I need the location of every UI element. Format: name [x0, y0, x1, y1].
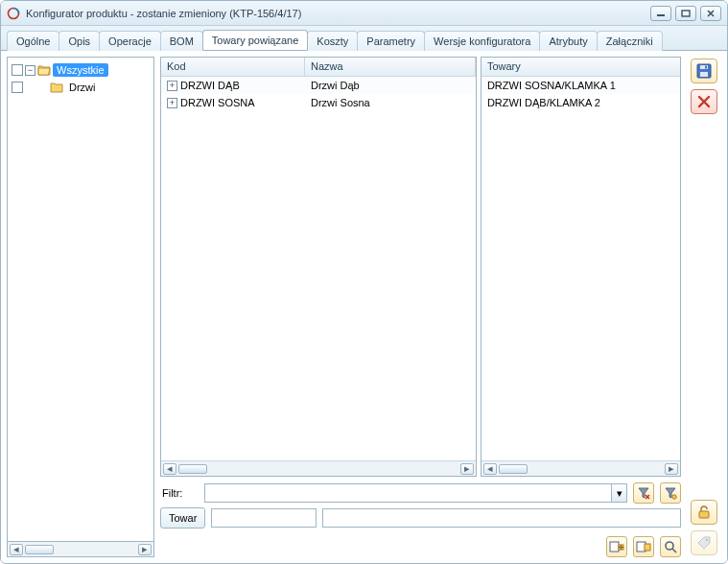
towar-code-input[interactable] [211, 508, 317, 528]
funnel-edit-icon [664, 486, 677, 500]
col-towary[interactable]: Towary [481, 58, 680, 76]
svg-point-8 [666, 542, 673, 550]
grid-left-header: Kod Nazwa [161, 58, 476, 77]
edit-item-icon [636, 540, 651, 553]
cell-kod: DRZWI SOSNA [180, 97, 255, 108]
edit-button[interactable] [633, 536, 654, 557]
scroll-right-icon[interactable]: ▸ [460, 463, 474, 475]
filter-input[interactable] [205, 484, 611, 502]
towar-button[interactable]: Towar [160, 507, 205, 529]
tab-bom[interactable]: BOM [160, 31, 203, 51]
filter-bar: Filtr: ▾ [160, 482, 681, 504]
grid-row[interactable]: + DRZWI SOSNA Drzwi Sosna [161, 94, 476, 111]
filter-edit-button[interactable] [660, 482, 681, 504]
grid-row[interactable]: DRZWI SOSNA/KLAMKA 1 [481, 77, 680, 94]
cell-nazwa: Drzwi Sosna [305, 95, 476, 110]
svg-rect-11 [700, 72, 708, 77]
svg-rect-12 [705, 66, 707, 69]
scroll-thumb[interactable] [178, 464, 207, 474]
tree-row-child[interactable]: Drzwi [10, 79, 152, 96]
tree-row-root[interactable]: − Wszystkie [10, 61, 152, 79]
tree-label-child[interactable]: Drzwi [65, 81, 100, 94]
svg-rect-13 [699, 511, 709, 518]
app-icon [7, 7, 20, 20]
close-button[interactable] [700, 6, 721, 21]
tab-operacje[interactable]: Operacje [99, 31, 161, 51]
row-expand-icon[interactable]: + [167, 98, 177, 108]
minimize-button[interactable] [650, 6, 671, 21]
row-expand-icon[interactable]: + [167, 81, 177, 91]
search-button[interactable] [660, 536, 681, 557]
tab-koszty[interactable]: Koszty [307, 31, 358, 51]
titlebar: Konfigurator produktu - zostanie zmienio… [1, 1, 727, 26]
save-button[interactable] [691, 59, 717, 83]
tree-checkbox[interactable] [12, 64, 23, 76]
tag-icon [696, 535, 712, 551]
tab-ogolne[interactable]: Ogólne [7, 31, 59, 51]
magnifier-icon [664, 540, 677, 553]
scroll-left-icon[interactable]: ◂ [10, 544, 23, 555]
tab-atrybuty[interactable]: Atrybuty [539, 31, 597, 51]
cell-nazwa: Drzwi Dąb [305, 78, 476, 93]
folder-icon [50, 82, 63, 93]
scroll-thumb[interactable] [499, 464, 528, 474]
towar-bar: Towar [160, 507, 681, 529]
dropdown-icon[interactable]: ▾ [611, 484, 626, 502]
cell-towary: DRZWI SOSNA/KLAMKA 1 [481, 78, 680, 93]
tree-checkbox[interactable] [12, 82, 23, 93]
action-row [160, 536, 681, 557]
filter-label: Filtr: [160, 487, 199, 499]
cell-towary: DRZWI DĄB/KLAMKA 2 [481, 95, 680, 110]
grid-right-header: Towary [481, 58, 680, 77]
scroll-thumb[interactable] [25, 545, 54, 554]
cell-kod: DRZWI DĄB [180, 80, 240, 91]
grid-right-rows[interactable]: DRZWI SOSNA/KLAMKA 1 DRZWI DĄB/KLAMKA 2 [481, 77, 680, 460]
attach-button[interactable] [691, 530, 717, 555]
tab-zalaczniki[interactable]: Załączniki [597, 31, 663, 51]
add-item-icon [609, 540, 624, 553]
window-buttons [650, 6, 721, 21]
side-toolbar [687, 57, 721, 557]
grid-row[interactable]: + DRZWI DĄB Drzwi Dąb [161, 77, 476, 94]
unlock-button[interactable] [691, 500, 717, 525]
tree-hscrollbar[interactable]: ◂ ▸ [7, 542, 154, 557]
x-icon [697, 95, 711, 108]
tab-wersje[interactable]: Wersje konfiguratora [424, 31, 540, 51]
tab-content: − Wszystkie Drzwi ◂ [1, 50, 727, 563]
grid-left-rows[interactable]: + DRZWI DĄB Drzwi Dąb + DRZWI SOSNA Drzw… [161, 77, 476, 460]
filter-combo[interactable]: ▾ [204, 483, 627, 503]
funnel-clear-icon [637, 486, 650, 500]
svg-point-14 [706, 539, 709, 542]
svg-rect-4 [610, 542, 619, 552]
filter-clear-button[interactable] [633, 482, 654, 504]
grid-towary: Towary DRZWI SOSNA/KLAMKA 1 DRZWI DĄB/KL… [481, 57, 681, 477]
grid-kod-nazwa: Kod Nazwa + DRZWI DĄB Drzwi Dąb [160, 57, 477, 477]
center-pane: Kod Nazwa + DRZWI DĄB Drzwi Dąb [160, 57, 681, 557]
scroll-left-icon[interactable]: ◂ [163, 463, 176, 475]
maximize-button[interactable] [675, 6, 696, 21]
svg-rect-1 [657, 14, 665, 16]
towar-name-input[interactable] [322, 508, 681, 528]
grid-left-hscrollbar[interactable]: ◂ ▸ [161, 460, 476, 476]
tab-towary-powiazane[interactable]: Towary powiązane [202, 30, 309, 50]
tree-label-root[interactable]: Wszystkie [53, 63, 108, 77]
grid-row[interactable]: DRZWI DĄB/KLAMKA 2 [481, 94, 680, 111]
add-button[interactable] [606, 536, 627, 557]
grids-wrap: Kod Nazwa + DRZWI DĄB Drzwi Dąb [160, 57, 681, 477]
tab-bar: Ogólne Opis Operacje BOM Towary powiązan… [1, 26, 727, 50]
delete-button[interactable] [691, 89, 717, 114]
category-tree[interactable]: − Wszystkie Drzwi [7, 57, 154, 542]
grid-right-hscrollbar[interactable]: ◂ ▸ [481, 460, 680, 476]
floppy-icon [696, 63, 712, 79]
tab-parametry[interactable]: Parametry [357, 31, 425, 51]
lock-open-icon [696, 505, 712, 520]
scroll-right-icon[interactable]: ▸ [665, 463, 678, 475]
col-nazwa[interactable]: Nazwa [305, 58, 476, 76]
tree-collapse-icon[interactable]: − [25, 65, 35, 76]
svg-rect-2 [682, 11, 690, 16]
scroll-right-icon[interactable]: ▸ [138, 544, 152, 555]
svg-rect-7 [645, 544, 650, 551]
col-kod[interactable]: Kod [161, 58, 305, 76]
tab-opis[interactable]: Opis [59, 31, 100, 51]
scroll-left-icon[interactable]: ◂ [483, 463, 497, 475]
